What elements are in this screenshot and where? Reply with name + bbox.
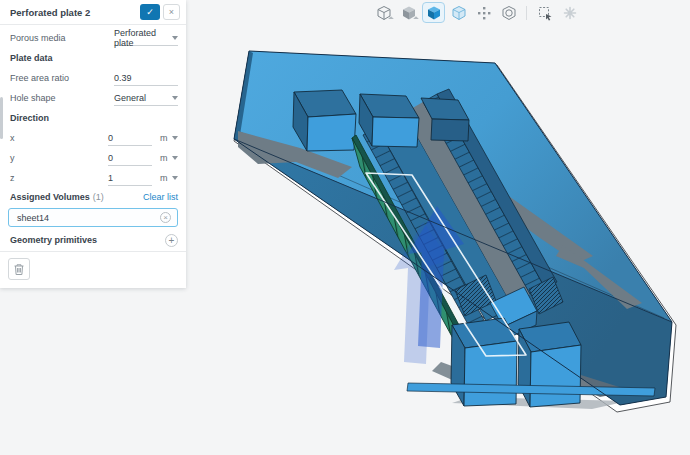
- direction-heading: Direction: [10, 113, 178, 123]
- assigned-volume-chip[interactable]: sheet14 ×: [8, 208, 178, 227]
- panel-footer: [0, 251, 186, 288]
- plus-icon: +: [169, 235, 175, 246]
- close-panel-button[interactable]: ×: [163, 4, 180, 20]
- axis-x-input[interactable]: 0: [108, 131, 152, 146]
- plate-data-heading: Plate data: [10, 53, 178, 63]
- assigned-volumes-row: Assigned Volumes (1) Clear list: [0, 188, 186, 206]
- shaded-cube-icon: [426, 5, 442, 21]
- assigned-volumes-label: Assigned Volumes: [10, 192, 90, 202]
- delete-button[interactable]: [8, 258, 30, 280]
- geometry-primitives-label: Geometry primitives: [10, 235, 165, 245]
- section-view-button[interactable]: [497, 2, 520, 23]
- geometry-primitives-row: Geometry primitives +: [0, 229, 186, 251]
- unit-value: m: [160, 173, 168, 183]
- axis-x-label: x: [10, 133, 108, 143]
- wireframe-view-button[interactable]: [372, 2, 395, 23]
- gear-disabled-icon: [562, 5, 578, 21]
- chevron-down-icon: [172, 96, 178, 100]
- free-area-ratio-input[interactable]: 0.39: [114, 71, 178, 86]
- chevron-down-icon: [172, 156, 178, 160]
- close-icon: ×: [169, 7, 174, 17]
- transparent-cube-icon: [451, 5, 467, 21]
- volume-name: sheet14: [17, 213, 160, 223]
- panel-title: Perforated plate 2: [10, 7, 140, 18]
- unit-value: m: [160, 133, 168, 143]
- settings-disabled-button[interactable]: [558, 2, 581, 23]
- dropdown-caret-icon: [388, 16, 394, 22]
- axis-z-input[interactable]: 1: [108, 171, 152, 186]
- shaded-view-button[interactable]: [422, 2, 445, 23]
- dotted-expand-icon: [476, 5, 492, 21]
- clear-list-link[interactable]: Clear list: [143, 192, 178, 202]
- unit-value: m: [160, 153, 168, 163]
- remove-volume-button[interactable]: ×: [160, 212, 171, 223]
- axis-y-unit-select[interactable]: m: [160, 153, 178, 163]
- toolbar-divider: [526, 6, 527, 20]
- confirm-button[interactable]: ✓: [140, 4, 160, 20]
- porous-media-value: Perforated plate: [114, 28, 168, 48]
- viewport-toolbar: [372, 2, 581, 23]
- section-cube-icon: [501, 5, 517, 21]
- hole-shape-value: General: [114, 93, 146, 103]
- axis-y-input[interactable]: 0: [108, 151, 152, 166]
- box-select-icon: [537, 5, 553, 21]
- hole-shape-label: Hole shape: [10, 93, 114, 103]
- fit-view-button[interactable]: [472, 2, 495, 23]
- porous-media-row: Porous media Perforated plate: [0, 28, 186, 48]
- check-icon: ✓: [146, 7, 154, 17]
- free-area-ratio-row: Free area ratio 0.39: [0, 68, 186, 88]
- porous-media-label: Porous media: [10, 33, 114, 43]
- chevron-down-icon: [172, 176, 178, 180]
- solid-view-button[interactable]: [397, 2, 420, 23]
- axis-y-label: y: [10, 153, 108, 163]
- direction-row-y: y 0 m: [0, 148, 186, 168]
- panel-header: Perforated plate 2 ✓ ×: [0, 0, 186, 25]
- hole-shape-row: Hole shape General: [0, 88, 186, 108]
- porous-media-select[interactable]: Perforated plate: [114, 31, 178, 46]
- add-geometry-primitive-button[interactable]: +: [165, 234, 178, 247]
- perforated-plate-panel: Perforated plate 2 ✓ × Porous media Perf…: [0, 0, 186, 288]
- trash-icon: [13, 263, 25, 276]
- box-select-button[interactable]: [533, 2, 556, 23]
- assigned-volumes-count: (1): [93, 192, 143, 202]
- remove-icon: ×: [163, 213, 168, 222]
- panel-scrollbar[interactable]: [0, 97, 3, 139]
- direction-row-x: x 0 m: [0, 128, 186, 148]
- transparent-view-button[interactable]: [447, 2, 470, 23]
- axis-z-label: z: [10, 173, 108, 183]
- free-area-ratio-label: Free area ratio: [10, 73, 114, 83]
- hole-shape-select[interactable]: General: [114, 91, 178, 106]
- axis-z-unit-select[interactable]: m: [160, 173, 178, 183]
- chevron-down-icon: [172, 136, 178, 140]
- plate-data-heading-row: Plate data: [0, 48, 186, 68]
- axis-x-unit-select[interactable]: m: [160, 133, 178, 143]
- direction-row-z: z 1 m: [0, 168, 186, 188]
- direction-heading-row: Direction: [0, 108, 186, 128]
- dropdown-caret-icon: [413, 16, 419, 22]
- chevron-down-icon: [172, 36, 178, 40]
